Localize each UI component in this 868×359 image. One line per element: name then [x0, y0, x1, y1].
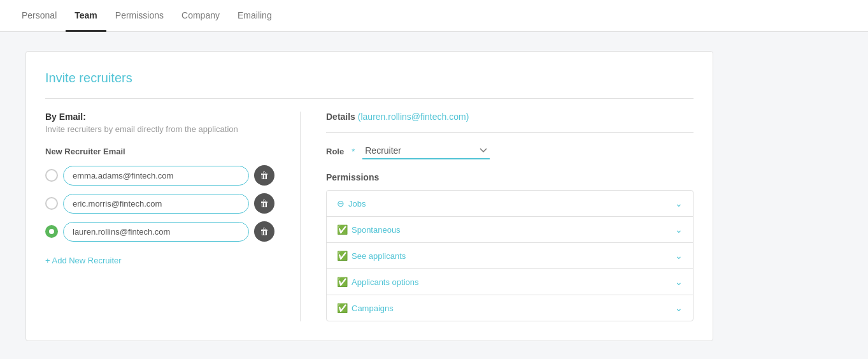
role-select[interactable]: Recruiter Admin Manager — [362, 143, 490, 159]
chevron-icon-jobs: ⌄ — [675, 198, 683, 209]
role-row: Role * Recruiter Admin Manager — [326, 143, 694, 159]
main-content: Invite recruiters By Email: Invite recru… — [0, 32, 868, 359]
permission-icon-jobs: ⊖ — [337, 198, 345, 209]
role-label: Role — [326, 147, 344, 156]
trash-icon-3: 🗑 — [260, 226, 269, 237]
recruiter-radio-1[interactable] — [45, 169, 58, 182]
tab-personal[interactable]: Personal — [13, 0, 66, 32]
delete-recruiter-2[interactable]: 🗑 — [254, 193, 274, 214]
recruiter-radio-3[interactable] — [45, 225, 58, 238]
permission-left-applicants-options: ✅ Applicants options — [337, 277, 419, 287]
left-column: By Email: Invite recruiters by email dir… — [45, 112, 274, 321]
recruiter-email-input-1[interactable] — [63, 166, 249, 186]
right-column: Details (lauren.rollins@fintech.com) Rol… — [300, 112, 694, 321]
selected-email: (lauren.rollins@fintech.com) — [358, 112, 469, 122]
recruiter-row-3: 🗑 — [45, 221, 274, 242]
permission-left-spontaneous: ✅ Spontaneous — [337, 224, 401, 235]
permission-label-see-applicants: See applicants — [352, 251, 406, 261]
recruiter-row-1: 🗑 — [45, 165, 274, 186]
permissions-label: Permissions — [326, 172, 694, 182]
permissions-list: ⊖ Jobs ⌄ ✅ Spontaneous ⌄ — [326, 190, 694, 321]
permission-icon-campaigns: ✅ — [337, 303, 348, 313]
chevron-icon-spontaneous: ⌄ — [675, 224, 683, 235]
add-recruiter-link[interactable]: + Add New Recruiter — [45, 256, 122, 265]
chevron-icon-campaigns: ⌄ — [675, 303, 683, 313]
role-required-mark: * — [352, 147, 355, 156]
delete-recruiter-3[interactable]: 🗑 — [254, 221, 274, 242]
by-email-label: By Email: — [45, 112, 274, 122]
permission-label-jobs: Jobs — [348, 199, 366, 209]
delete-recruiter-1[interactable]: 🗑 — [254, 165, 274, 186]
permission-row-jobs[interactable]: ⊖ Jobs ⌄ — [327, 191, 693, 217]
right-divider — [326, 132, 694, 133]
permission-row-applicants-options[interactable]: ✅ Applicants options ⌄ — [327, 269, 693, 295]
new-recruiter-label: New Recruiter Email — [45, 147, 274, 156]
section-divider — [45, 98, 694, 99]
chevron-icon-applicants-options: ⌄ — [675, 277, 683, 287]
permission-row-see-applicants[interactable]: ✅ See applicants ⌄ — [327, 243, 693, 269]
tab-team[interactable]: Team — [66, 0, 106, 32]
tab-company[interactable]: Company — [173, 0, 229, 32]
permission-icon-see-applicants: ✅ — [337, 251, 348, 261]
permission-label-spontaneous: Spontaneous — [352, 225, 401, 235]
permission-row-spontaneous[interactable]: ✅ Spontaneous ⌄ — [327, 217, 693, 243]
chevron-icon-see-applicants: ⌄ — [675, 251, 683, 261]
permission-row-campaigns[interactable]: ✅ Campaigns ⌄ — [327, 295, 693, 321]
recruiter-email-input-2[interactable] — [63, 194, 249, 214]
tab-emailing[interactable]: Emailing — [229, 0, 281, 32]
permission-left-campaigns: ✅ Campaigns — [337, 303, 394, 313]
permission-left-see-applicants: ✅ See applicants — [337, 251, 406, 261]
permissions-container: ⊖ Jobs ⌄ ✅ Spontaneous ⌄ — [326, 190, 694, 321]
card-title: Invite recruiters — [45, 71, 694, 85]
by-email-desc: Invite recruiters by email directly from… — [45, 124, 274, 134]
trash-icon-2: 🗑 — [260, 198, 269, 209]
recruiter-row-2: 🗑 — [45, 193, 274, 214]
permission-label-campaigns: Campaigns — [352, 304, 394, 313]
permission-left-jobs: ⊖ Jobs — [337, 198, 366, 209]
two-column-layout: By Email: Invite recruiters by email dir… — [45, 112, 694, 321]
recruiter-email-input-3[interactable] — [63, 222, 249, 242]
invite-recruiters-card: Invite recruiters By Email: Invite recru… — [25, 51, 713, 341]
tab-permissions[interactable]: Permissions — [106, 0, 173, 32]
trash-icon-1: 🗑 — [260, 170, 269, 180]
top-nav: Personal Team Permissions Company Emaili… — [0, 0, 868, 32]
permission-icon-applicants-options: ✅ — [337, 277, 348, 287]
recruiter-radio-2[interactable] — [45, 197, 58, 210]
permission-label-applicants-options: Applicants options — [352, 277, 419, 287]
permission-icon-spontaneous: ✅ — [337, 224, 348, 235]
details-title: Details (lauren.rollins@fintech.com) — [326, 112, 694, 122]
